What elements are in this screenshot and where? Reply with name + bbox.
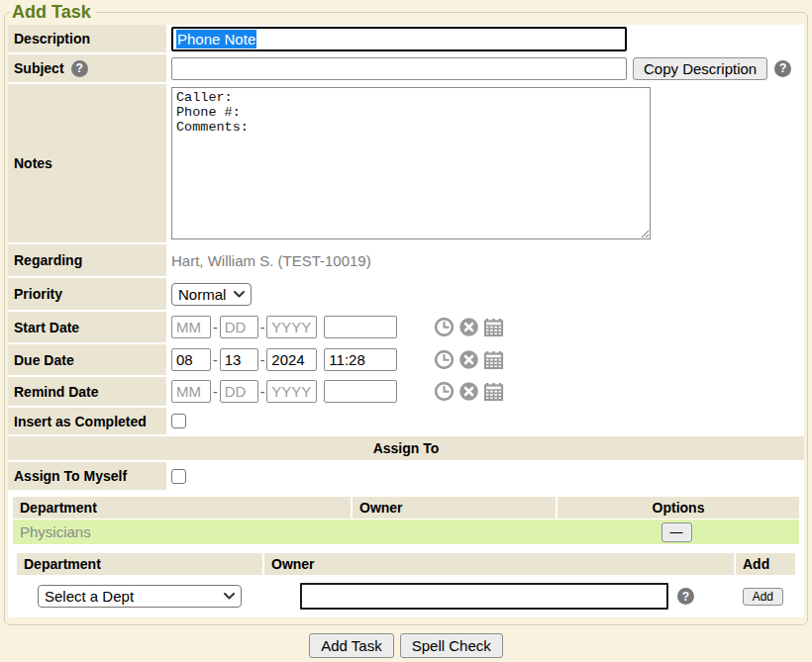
add-task-button[interactable]: Add Task — [309, 633, 393, 658]
remind-date-clock-icon[interactable] — [434, 381, 455, 402]
assign-to-myself-label: Assign To Myself — [8, 462, 166, 490]
start-date-label: Start Date — [8, 312, 166, 342]
row-due-date: Due Date - - — [8, 344, 804, 375]
assign-to-myself-checkbox[interactable] — [171, 469, 186, 484]
insert-as-completed-checkbox[interactable] — [171, 414, 186, 428]
assignments-table: Department Owner Options Physicians — — [13, 497, 799, 544]
subject-label: Subject — [14, 60, 64, 76]
date-separator: - — [213, 320, 218, 335]
copy-description-button[interactable]: Copy Description — [633, 57, 767, 80]
add-task-form: Add Task Description Phone Note Subject … — [4, 2, 808, 625]
notes-textarea[interactable]: Caller: Phone #: Comments: — [171, 87, 651, 239]
date-separator: - — [260, 320, 265, 335]
remind-date-day-input[interactable] — [220, 380, 258, 403]
description-selected-text: Phone Note — [176, 30, 256, 48]
assign-to-section-header: Assign To — [8, 436, 804, 460]
description-input[interactable]: Phone Note — [171, 27, 627, 51]
row-remind-date: Remind Date - - — [8, 377, 804, 406]
row-regarding: Regarding Hart, William S. (TEST-10019) — [8, 244, 804, 276]
add-assignment-row: Select a Dept ? Add — [17, 576, 795, 617]
subject-input[interactable] — [171, 57, 627, 80]
remind-date-year-input[interactable] — [266, 380, 317, 403]
priority-select[interactable]: Normal — [171, 283, 252, 306]
due-date-year-input[interactable] — [266, 348, 317, 371]
due-date-time-input[interactable] — [324, 348, 397, 371]
assignments-header-department: Department — [13, 497, 351, 519]
due-date-day-input[interactable] — [220, 348, 258, 371]
regarding-label: Regarding — [8, 244, 166, 276]
row-notes: Notes Caller: Phone #: Comments: — [8, 84, 804, 242]
date-separator: - — [260, 352, 265, 368]
assignments-header-options: Options — [558, 497, 799, 519]
row-start-date: Start Date - - — [8, 312, 804, 342]
start-date-clear-icon[interactable] — [458, 317, 479, 337]
add-assignment-header-add: Add — [736, 553, 795, 575]
date-separator: - — [213, 352, 218, 368]
due-date-calendar-icon[interactable] — [483, 349, 504, 370]
department-select-value: Select a Dept — [45, 588, 134, 605]
assignment-row-physicians: Physicians — — [13, 520, 799, 544]
subject-label-cell: Subject ? — [8, 54, 166, 82]
add-assignment-table-header: Department Owner Add — [17, 553, 795, 575]
start-date-day-input[interactable] — [220, 316, 258, 338]
row-description: Description Phone Note — [8, 25, 804, 52]
remind-date-month-input[interactable] — [171, 380, 211, 403]
add-assignment-header-department: Department — [17, 553, 262, 575]
form-rows: Description Phone Note Subject ? Copy De… — [8, 25, 804, 617]
remind-date-calendar-icon[interactable] — [483, 381, 504, 402]
due-date-clear-icon[interactable] — [458, 349, 479, 370]
assignments-header-owner: Owner — [353, 497, 556, 519]
start-date-clock-icon[interactable] — [434, 317, 455, 337]
footer-actions: Add Task Spell Check — [0, 633, 812, 658]
regarding-value: Hart, William S. (TEST-10019) — [171, 252, 371, 269]
owner-help-icon[interactable]: ? — [677, 588, 694, 605]
row-insert-as-completed: Insert as Completed — [8, 408, 804, 434]
assignments-table-header: Department Owner Options — [13, 497, 799, 519]
row-assign-to-myself: Assign To Myself — [8, 462, 804, 490]
due-date-month-input[interactable] — [171, 348, 211, 371]
spell-check-button[interactable]: Spell Check — [400, 633, 503, 658]
chevron-down-icon — [224, 593, 235, 600]
description-label: Description — [8, 25, 166, 52]
start-date-month-input[interactable] — [171, 316, 211, 338]
add-assignment-header-owner: Owner — [264, 553, 734, 575]
start-date-time-input[interactable] — [324, 316, 397, 338]
row-priority: Priority Normal — [8, 278, 804, 310]
due-date-clock-icon[interactable] — [434, 349, 455, 370]
chevron-down-icon — [234, 291, 245, 298]
add-assignment-table: Department Owner Add Select a Dept ? Add — [17, 553, 795, 617]
copy-description-help-icon[interactable]: ? — [774, 60, 791, 77]
subject-help-icon[interactable]: ? — [71, 60, 88, 77]
priority-selected-value: Normal — [178, 286, 226, 303]
due-date-label: Due Date — [8, 344, 166, 375]
notes-label: Notes — [8, 84, 166, 242]
remove-assignment-button[interactable]: — — [661, 522, 692, 542]
add-assignment-button[interactable]: Add — [743, 588, 783, 606]
row-subject: Subject ? Copy Description ? — [8, 54, 804, 82]
insert-as-completed-label: Insert as Completed — [8, 408, 166, 434]
owner-input[interactable] — [300, 583, 668, 610]
department-select[interactable]: Select a Dept — [38, 585, 242, 608]
remind-date-label: Remind Date — [8, 377, 166, 406]
date-separator: - — [213, 384, 218, 400]
form-title: Add Task — [10, 2, 96, 23]
date-separator: - — [260, 384, 265, 400]
remind-date-time-input[interactable] — [324, 380, 397, 403]
assignment-department-value: Physicians — [13, 523, 351, 540]
priority-label: Priority — [8, 278, 166, 310]
remind-date-clear-icon[interactable] — [458, 381, 479, 402]
start-date-calendar-icon[interactable] — [483, 317, 504, 337]
start-date-year-input[interactable] — [266, 316, 317, 338]
